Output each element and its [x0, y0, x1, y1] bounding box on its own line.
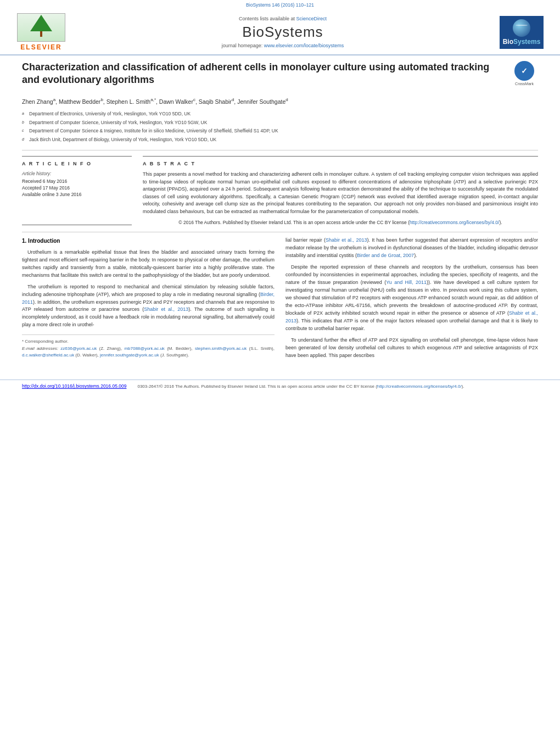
abstract-col: A B S T R A C T This paper presents a no… [143, 156, 538, 225]
birder-groat-link[interactable]: Birder and de Groat, 2007 [357, 253, 414, 258]
elsevier-logo: ELSEVIER [11, 13, 71, 51]
affiliation-c: c Department of Computer Science & Insig… [22, 127, 538, 135]
journal-name: BioSystems [82, 24, 483, 41]
footnote-section: * Corresponding author. E-mail addresses… [22, 334, 275, 358]
article-info-col: A R T I C L E I N F O Article history: R… [22, 156, 132, 225]
biosystems-globe-icon [513, 19, 530, 37]
journal-center: Contents lists available at ScienceDirec… [71, 16, 494, 48]
journal-doi-text: BioSystems 146 (2016) 110–121 [246, 2, 314, 8]
released-word: released [416, 318, 435, 323]
intro-heading: 1. Introduction [22, 237, 275, 246]
cc-license-link[interactable]: http://creativecommons.org/licenses/by/4… [410, 220, 499, 225]
article-history-label: Article history: [22, 171, 132, 176]
page: BioSystems 146 (2016) 110–121 ELSEVIER C… [0, 0, 560, 742]
affiliation-b: b Department of Computer Science, Univer… [22, 119, 538, 127]
birder-2011-link[interactable]: Birder, 2011 [22, 292, 275, 305]
crossmark-logo: ✓ CrossMark [511, 61, 538, 86]
yu-hill-link[interactable]: Yu and Hill, 2011 [386, 280, 427, 285]
crossmark-label: CrossMark [515, 82, 534, 86]
affiliation-a: a Department of Electronics, University … [22, 110, 538, 118]
email-footnote: E-mail addresses: zz636@york.ac.uk (Z. Z… [22, 345, 275, 358]
intro-para-3: lial barrier repair (Shabir et al., 2013… [285, 237, 538, 260]
section-divider [22, 232, 538, 232]
doi-link[interactable]: http://dx.doi.org/10.1016/j.biosystems.2… [22, 383, 126, 389]
received-date: Received 6 May 2016 [22, 178, 132, 184]
accepted-date: Accepted 17 May 2016 [22, 185, 132, 191]
journal-header: ELSEVIER Contents lists available at Sci… [0, 9, 560, 55]
email-js-link[interactable]: jennifer.southgate@york.ac.uk [100, 353, 159, 358]
bottom-doi: http://dx.doi.org/10.1016/j.biosystems.2… [22, 383, 126, 389]
intro-para-2: The urothelium is reported to respond to… [22, 283, 275, 330]
sciencedirect-link[interactable]: ScienceDirect [296, 16, 327, 21]
article-content: Characterization and classification of a… [0, 55, 560, 374]
info-abstract-section: A R T I C L E I N F O Article history: R… [22, 156, 538, 225]
abstract-body: This paper presents a novel method for t… [143, 171, 538, 215]
shabir-2013-link-2[interactable]: Shabir et al., 2013 [326, 237, 367, 243]
shabir-2013-link-3[interactable]: Shabir et al., 2013 [285, 310, 538, 323]
email-dcw-link[interactable]: d.c.walker@sheffield.ac.uk [22, 353, 74, 358]
biosystems-logo: BioSystems [494, 16, 549, 49]
article-info-heading: A R T I C L E I N F O [22, 161, 132, 166]
affil-c-text: Department of Computer Science & Insigne… [29, 127, 278, 135]
affiliations-section: a Department of Electronics, University … [22, 110, 538, 150]
email-ss-link[interactable]: stephen.smith@york.ac.uk [195, 346, 247, 351]
article-title: Characterization and classification of a… [22, 61, 502, 87]
bio-text: BioSystems [503, 38, 541, 46]
journal-homepage-text: journal homepage: www.elsevier.com/locat… [82, 43, 483, 48]
biosystems-logo-box: BioSystems [500, 16, 544, 49]
affil-a-text: Department of Electronics, University of… [29, 110, 191, 118]
affil-d-text: Jack Birch Unit, Department of Biology, … [29, 136, 216, 144]
title-section: Characterization and classification of a… [22, 61, 538, 91]
body-col-right: lial barrier repair (Shabir et al., 2013… [285, 237, 538, 363]
shabir-2013-link-1[interactable]: Shabir et al., 2013 [144, 306, 188, 312]
crossmark-icon: ✓ [514, 61, 534, 81]
elsevier-tree-image [17, 13, 65, 42]
abstract-copyright: © 2016 The Authors. Published by Elsevie… [143, 220, 538, 225]
affil-b-text: Department of Computer Science, Universi… [29, 119, 207, 127]
intro-para-4: Despite the reported expression of these… [285, 264, 538, 332]
doi-line: BioSystems 146 (2016) 110–121 [0, 0, 560, 9]
intro-para-1: Urothelium is a remarkable epithelial ti… [22, 249, 275, 280]
intro-para-5: To understand further the effect of ATP … [285, 337, 538, 360]
affiliation-d: d Jack Birch Unit, Department of Biology… [22, 136, 538, 144]
abstract-heading: A B S T R A C T [143, 161, 538, 166]
authors-line: Zhen Zhanga, Matthew Bedderb, Stephen L.… [22, 97, 538, 106]
bottom-bar: http://dx.doi.org/10.1016/j.biosystems.2… [0, 380, 560, 392]
contents-available-text: Contents lists available at ScienceDirec… [82, 16, 483, 21]
available-date: Available online 3 June 2016 [22, 192, 132, 197]
corresponding-footnote: * Corresponding author. [22, 338, 275, 344]
journal-url-link[interactable]: www.elsevier.com/locate/biosystems [264, 43, 344, 48]
bottom-copyright: 0303-2647/© 2016 The Authors. Published … [137, 384, 538, 389]
bottom-cc-link[interactable]: http://creativecommons.org/licenses/by/4… [377, 384, 462, 389]
email-label: E-mail addresses: [22, 346, 58, 351]
email-mb-link[interactable]: mb7088@york.ac.uk [124, 346, 165, 351]
elsevier-brand-name: ELSEVIER [20, 43, 61, 51]
body-two-col: 1. Introduction Urothelium is a remarkab… [22, 237, 538, 363]
email-zz-link[interactable]: zz636@york.ac.uk [60, 346, 97, 351]
body-col-left: 1. Introduction Urothelium is a remarkab… [22, 237, 275, 363]
